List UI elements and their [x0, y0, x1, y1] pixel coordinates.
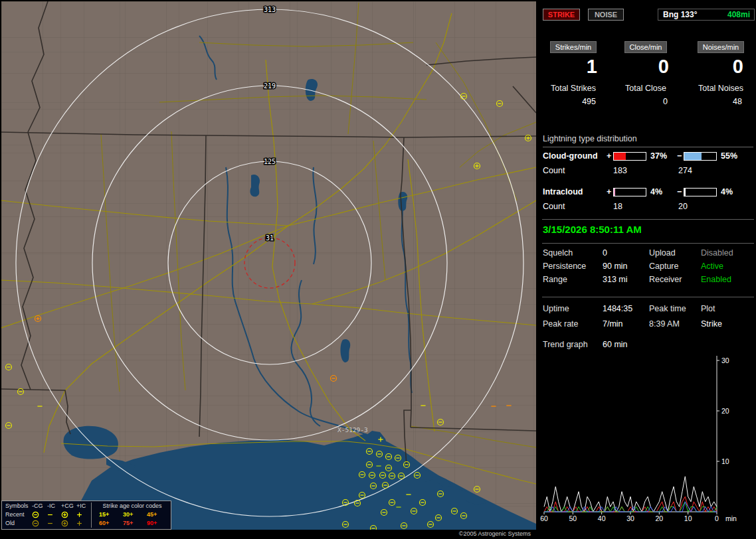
legend-symbols-title: Symbols: [5, 502, 29, 509]
count-label: Count: [543, 202, 607, 214]
info-cell: Uptime: [543, 304, 569, 313]
range-ring-label: 219: [264, 82, 276, 90]
info-cell: 90 min: [603, 262, 628, 271]
datetime-display: 3/15/2026 8:50:11 AM: [543, 224, 642, 235]
indicator-header: STRIKE NOISE Bng 133° 408mi: [537, 9, 756, 22]
info-cell: Capture: [649, 262, 678, 271]
rate-value: 0: [616, 56, 676, 78]
info-cell: Enabled: [701, 275, 731, 284]
info-row: Peak rate7/min8:39 AMStrike: [537, 319, 756, 335]
distribution-table: Cloud-ground+37%−55%Count183274Intraclou…: [543, 150, 754, 222]
positive-count: 18: [607, 202, 672, 214]
legend-icp-icon: [74, 519, 84, 528]
negative-sign: −: [677, 151, 684, 161]
rate-column: Noises/min0Total Noises48: [692, 41, 750, 106]
rate-pill: Noises/min: [698, 41, 744, 53]
negative-count: 274: [672, 166, 692, 178]
info-cell: Squelch: [543, 248, 573, 258]
positive-percent: 4%: [646, 187, 677, 196]
app-window: 31321912531 X-5129-3 Symbols -CG -IC +CG…: [0, 0, 756, 539]
range-ring-label: 125: [264, 158, 276, 165]
divider: [542, 219, 754, 220]
negative-percent: 55%: [717, 151, 747, 161]
positive-percent: 37%: [646, 151, 677, 161]
trend-x-tick: 10: [684, 514, 692, 522]
rate-pill: Close/min: [624, 41, 668, 53]
info-row: Persistence90 minCaptureActive: [537, 262, 756, 275]
map-view[interactable]: 31321912531 X-5129-3 Symbols -CG -IC +CG…: [1, 1, 536, 530]
total-label: Total Noises: [692, 84, 750, 93]
trend-graph-label: Trend graph: [543, 340, 588, 349]
distribution-row: Cloud-ground+37%−55%: [543, 150, 754, 162]
legend-cgp-icon: [60, 510, 70, 519]
trend-x-tick: 20: [655, 514, 663, 522]
info-cell: Persistence: [543, 262, 586, 271]
trend-y-tick: 20: [721, 407, 729, 415]
info-cell: Peak time: [649, 304, 686, 313]
noise-indicator-button[interactable]: NOISE: [588, 9, 624, 21]
trend-x-unit: min: [725, 514, 737, 522]
negative-bar: [684, 152, 717, 161]
total-value: 0: [616, 97, 676, 106]
info-cell: Upload: [649, 248, 676, 258]
trend-x-tick: 0: [715, 514, 719, 522]
legend-icm-icon: [45, 519, 55, 528]
distribution-type-label: Cloud-ground: [543, 151, 607, 161]
range-ring-label: 313: [264, 6, 276, 13]
legend-header-nic: -IC: [47, 502, 55, 509]
trend-x-tick: 40: [598, 514, 606, 522]
trend-graph-row: Trend graph 60 min: [537, 340, 756, 352]
total-label: Total Strikes: [543, 84, 604, 93]
positive-sign: +: [607, 187, 613, 196]
age-code: 75+: [123, 520, 133, 526]
legend-cgm-icon: [31, 510, 41, 519]
lake: [250, 175, 260, 196]
age-code: 60+: [99, 520, 109, 526]
info-cell: 1484:35: [603, 304, 632, 313]
total-label: Total Close: [616, 84, 676, 93]
count-label: Count: [543, 166, 607, 178]
legend-header-ncg: -CG: [32, 502, 43, 509]
info-cell: Receiver: [649, 275, 682, 284]
info-cell: 7/min: [603, 319, 623, 329]
legend-header-pcg: +CG: [61, 502, 74, 509]
info-cell: Strike: [701, 319, 722, 329]
distribution-title: Lightning type distribution: [543, 134, 753, 147]
trend-y-tick: 30: [721, 356, 729, 364]
lightning-map: 31321912531 X-5129-3: [1, 1, 536, 530]
divider: [542, 297, 754, 297]
copyright-bar: ©2005 Astrogenic Systems: [1, 530, 536, 538]
info-cell: Range: [543, 275, 567, 284]
age-code: 30+: [123, 511, 133, 518]
legend-cgp-icon: [60, 519, 70, 528]
positive-bar: [613, 152, 646, 161]
negative-sign: −: [677, 187, 684, 196]
distribution-count-row: Count183274: [543, 166, 754, 178]
trend-graph-value: 60 min: [603, 340, 628, 349]
status-table: Squelch0UploadDisabledPersistence90 minC…: [537, 248, 756, 288]
map-legend: Symbols -CG -IC +CG +IC Strike age color…: [1, 501, 171, 530]
info-row: Squelch0UploadDisabled: [537, 248, 756, 262]
divider: [542, 243, 754, 244]
distribution-type-label: Intracloud: [543, 187, 607, 196]
info-cell: Plot: [701, 304, 715, 313]
info-cell: Disabled: [701, 248, 733, 258]
rate-value: 1: [543, 56, 604, 78]
rate-column: Strikes/min1Total Strikes495: [543, 41, 604, 106]
legend-icp-icon: [74, 510, 84, 519]
info-row: Uptime1484:35Peak timePlot: [537, 304, 756, 319]
negative-count: 20: [672, 202, 688, 214]
legend-old-label: Old: [5, 520, 15, 526]
rate-pill: Strikes/min: [550, 41, 597, 53]
age-code: 45+: [147, 511, 157, 518]
distribution-count-row: Count1820: [543, 202, 754, 214]
strike-indicator-button[interactable]: STRIKE: [543, 9, 580, 21]
info-cell: 8:39 AM: [649, 319, 680, 329]
legend-age-title: Strike age color codes: [95, 502, 169, 509]
legend-header-pic: +IC: [76, 502, 86, 509]
trend-x-tick: 50: [569, 514, 577, 522]
age-code: 90+: [147, 520, 157, 526]
control-panel: STRIKE NOISE Bng 133° 408mi Strikes/min1…: [537, 0, 756, 539]
legend-recent-label: Recent: [5, 511, 25, 518]
cell-track-label: X-5129-3: [337, 426, 368, 433]
